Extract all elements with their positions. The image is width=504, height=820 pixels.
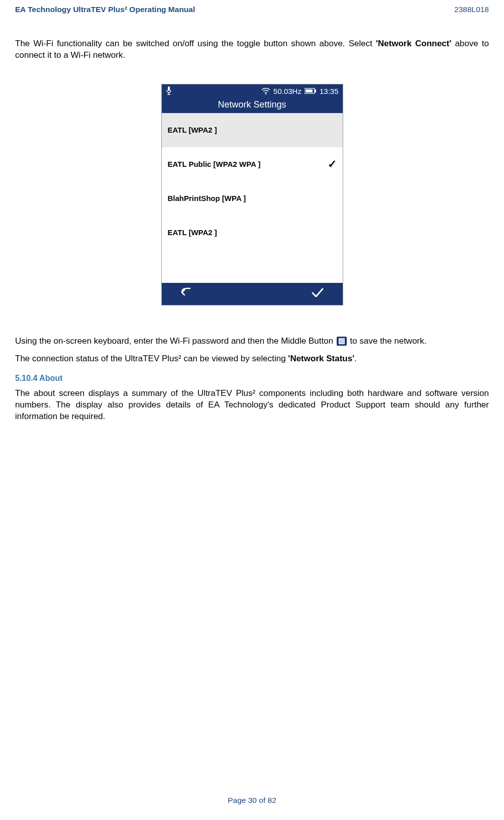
status-time: 13:35 (320, 87, 339, 95)
network-label: EATL [WPA2 ] (168, 228, 217, 237)
paragraph-network-status: The connection status of the UltraTEV Pl… (15, 353, 489, 365)
network-label: BlahPrintShop [WPA ] (168, 194, 246, 202)
microphone-icon (166, 86, 172, 96)
para3-suffix: . (354, 354, 357, 363)
paragraph-keyboard: Using the on-screen keyboard, enter the … (15, 336, 489, 347)
network-item[interactable]: EATL [WPA2 ] (162, 113, 343, 147)
network-label: EATL [WPA2 ] (168, 126, 217, 134)
list-filler (162, 250, 343, 283)
checkmark-icon: ✓ (328, 158, 337, 171)
network-item[interactable]: BlahPrintShop [WPA ] (162, 181, 343, 216)
confirm-icon[interactable] (311, 286, 325, 301)
svg-rect-0 (168, 86, 170, 91)
device-screenshot: 50.03Hz 13:35 Network Settings EATL [WPA… (161, 84, 343, 305)
wifi-icon (261, 88, 270, 95)
back-icon[interactable] (180, 286, 194, 301)
battery-icon (305, 87, 317, 95)
network-list: EATL [WPA2 ] EATL Public [WPA2 WPA ] ✓ B… (162, 113, 343, 283)
page-header: EA Technology UltraTEV Plus² Operating M… (15, 5, 489, 14)
para3-prefix: The connection status of the UltraTEV Pl… (15, 354, 288, 363)
section-heading-about: 5.10.4 About (15, 374, 489, 383)
intro-bold-network-connect: 'Network Connect' (376, 39, 451, 48)
intro-paragraph: The Wi-Fi functionality can be switched … (15, 38, 489, 61)
network-label: EATL Public [WPA2 WPA ] (168, 160, 261, 168)
device-screenshot-wrap: 50.03Hz 13:35 Network Settings EATL [WPA… (15, 84, 489, 305)
intro-text-prefix: The Wi-Fi functionality can be switched … (15, 39, 376, 48)
para2-prefix: Using the on-screen keyboard, enter the … (15, 336, 333, 346)
svg-rect-6 (306, 89, 313, 92)
paragraph-about: The about screen displays a summary of t… (15, 388, 489, 423)
status-right-group: 50.03Hz 13:35 (261, 87, 338, 95)
middle-button-icon (337, 337, 347, 346)
network-item[interactable]: EATL Public [WPA2 WPA ] ✓ (162, 147, 343, 181)
svg-point-3 (265, 93, 266, 94)
network-item[interactable]: EATL [WPA2 ] (162, 216, 343, 250)
para2-suffix: to save the network. (350, 336, 427, 346)
page-footer: Page 30 of 82 (0, 796, 504, 805)
status-frequency: 50.03Hz (273, 87, 301, 95)
header-docnum: 2388L018 (454, 5, 489, 14)
header-title: EA Technology UltraTEV Plus² Operating M… (15, 5, 195, 14)
device-bottom-bar (162, 283, 343, 305)
device-title-bar: Network Settings (162, 98, 343, 113)
para3-bold-network-status: 'Network Status' (288, 354, 354, 363)
device-status-bar: 50.03Hz 13:35 (162, 84, 343, 98)
status-left-group (166, 86, 172, 96)
svg-rect-5 (315, 89, 316, 92)
